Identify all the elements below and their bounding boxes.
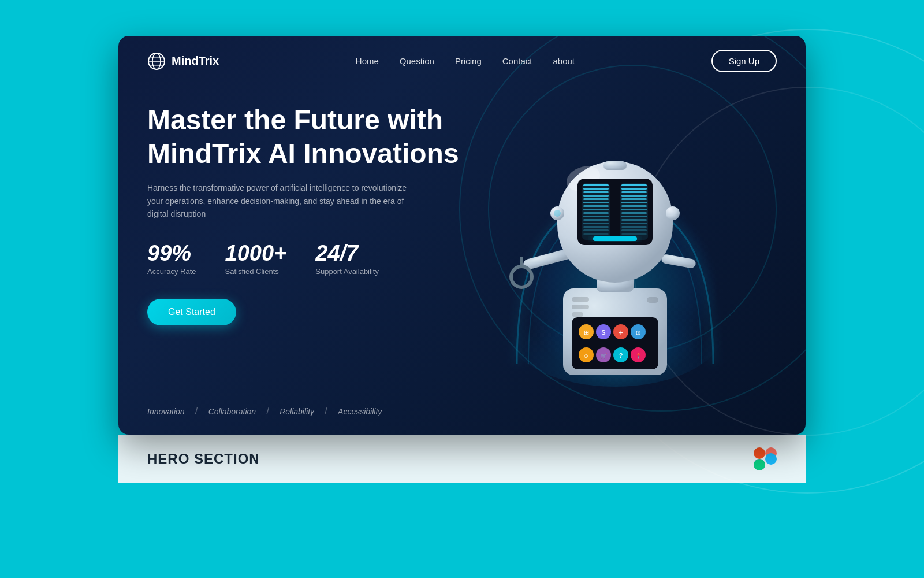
get-started-button[interactable]: Get Started [147, 299, 236, 325]
svg-rect-37 [583, 184, 609, 186]
tagline-divider-1: / [195, 405, 198, 417]
taglines: Innovation / Collaboration / Reliability… [147, 405, 382, 417]
svg-rect-50 [583, 229, 609, 231]
tagline-divider-2: / [266, 405, 269, 417]
svg-rect-66 [621, 229, 647, 231]
stat-accuracy-label: Accuracy Rate [147, 267, 196, 276]
svg-point-77 [765, 453, 777, 465]
svg-rect-39 [583, 191, 609, 193]
tagline-reliability: Reliability [280, 407, 314, 416]
nav-about[interactable]: about [553, 56, 575, 66]
hero-left: Master the Future with MindTrix AI Innov… [147, 98, 471, 325]
svg-rect-49 [583, 226, 609, 228]
svg-rect-44 [583, 209, 609, 210]
svg-rect-56 [621, 195, 647, 197]
svg-rect-60 [621, 209, 647, 210]
figma-icon [754, 447, 777, 470]
robot-container: ⊞ S + ⊡ ⊙ 🛒 ? [482, 86, 759, 387]
svg-rect-53 [621, 184, 647, 186]
svg-text:S: S [601, 329, 605, 336]
svg-point-71 [666, 206, 680, 220]
hero-title: Master the Future with MindTrix AI Innov… [147, 103, 471, 170]
svg-rect-61 [621, 212, 647, 214]
svg-rect-64 [621, 223, 647, 224]
svg-rect-58 [621, 202, 647, 203]
stat-support-number: 24/7 [315, 241, 379, 266]
svg-point-72 [554, 210, 561, 217]
svg-rect-41 [583, 198, 609, 200]
bottom-label-bar: HERO SECTION [118, 435, 806, 483]
svg-rect-78 [754, 459, 765, 470]
svg-text:📍: 📍 [635, 353, 642, 360]
tagline-collaboration: Collaboration [208, 407, 256, 416]
figma-logo [754, 447, 777, 470]
svg-rect-67 [621, 233, 647, 235]
stat-support: 24/7 Support Availability [315, 241, 379, 276]
svg-text:?: ? [619, 352, 623, 359]
logo-text: MindTrix [172, 54, 219, 68]
svg-rect-62 [621, 216, 647, 217]
svg-rect-13 [572, 312, 583, 317]
svg-rect-12 [572, 305, 589, 309]
svg-rect-65 [621, 226, 647, 228]
stat-accuracy: 99% Accuracy Rate [147, 241, 196, 276]
nav-links: Home Question Pricing Contact about [356, 56, 575, 66]
svg-rect-76 [754, 459, 765, 470]
svg-rect-42 [583, 202, 609, 203]
robot-illustration: ⊞ S + ⊡ ⊙ 🛒 ? [482, 86, 748, 387]
nav-pricing[interactable]: Pricing [455, 56, 482, 66]
svg-rect-9 [661, 254, 696, 269]
stats-row: 99% Accuracy Rate 1000+ Satisfied Client… [147, 241, 471, 276]
svg-text:+: + [619, 328, 623, 337]
stat-accuracy-number: 99% [147, 241, 196, 266]
svg-rect-40 [583, 195, 609, 197]
svg-rect-69 [593, 236, 637, 241]
svg-rect-43 [583, 205, 609, 207]
svg-rect-63 [621, 219, 647, 221]
svg-rect-57 [621, 198, 647, 200]
tagline-divider-3: / [325, 405, 327, 417]
outer-background: MindTrix Home Question Pricing Contact a… [0, 0, 924, 578]
nav-question[interactable]: Question [400, 56, 434, 66]
svg-rect-74 [754, 447, 765, 459]
svg-rect-73 [603, 161, 627, 170]
svg-rect-45 [583, 212, 609, 214]
svg-rect-55 [621, 191, 647, 193]
svg-rect-14 [647, 297, 658, 303]
logo[interactable]: MindTrix [147, 52, 219, 71]
navbar: MindTrix Home Question Pricing Contact a… [118, 36, 806, 86]
svg-rect-47 [583, 219, 609, 221]
svg-rect-48 [583, 223, 609, 224]
svg-rect-59 [621, 205, 647, 207]
svg-text:⊞: ⊞ [584, 329, 589, 336]
signup-button[interactable]: Sign Up [711, 50, 777, 72]
svg-rect-46 [583, 216, 609, 217]
svg-rect-11 [572, 297, 589, 302]
svg-text:🛒: 🛒 [601, 353, 608, 360]
stat-clients-number: 1000+ [225, 241, 287, 266]
globe-icon [147, 52, 166, 71]
stat-clients-label: Satisfied Clients [225, 267, 287, 276]
main-hero-card: MindTrix Home Question Pricing Contact a… [118, 36, 806, 435]
hero-subtitle: Harness the transformative power of arti… [147, 181, 424, 220]
svg-rect-75 [765, 447, 777, 459]
svg-text:⊡: ⊡ [636, 329, 640, 336]
hero-section-label: HERO SECTION [147, 451, 260, 467]
stat-clients: 1000+ Satisfied Clients [225, 241, 287, 276]
svg-text:⊙: ⊙ [584, 353, 588, 359]
nav-contact[interactable]: Contact [502, 56, 532, 66]
stat-support-label: Support Availability [315, 267, 379, 276]
svg-rect-38 [583, 188, 609, 190]
tagline-accessibility: Accessibility [338, 407, 382, 416]
svg-point-7 [511, 266, 532, 287]
nav-home[interactable]: Home [356, 56, 379, 66]
svg-rect-51 [583, 233, 609, 235]
tagline-innovation: Innovation [147, 407, 185, 416]
svg-rect-54 [621, 188, 647, 190]
hero-robot-area: ⊞ S + ⊡ ⊙ 🛒 ? [471, 98, 759, 398]
hero-content: Master the Future with MindTrix AI Innov… [118, 86, 806, 398]
